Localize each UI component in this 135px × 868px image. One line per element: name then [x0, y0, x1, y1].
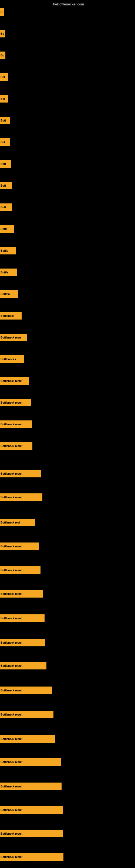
bar-item: B: [0, 8, 4, 16]
bar-label: Bo: [1, 32, 4, 35]
bar-label: Bottleneck result: [1, 738, 22, 741]
bar-item: Bott: [0, 160, 11, 167]
bar-item: Bottleneck result: [0, 442, 32, 450]
bar-item: Bottleneck result: [0, 421, 32, 428]
bar-item: Bottleneck result: [0, 758, 61, 766]
bar-item: Bottleneck result: [0, 853, 63, 861]
bar-label: Bottleneck result: [1, 545, 22, 548]
bar-label: Bottleneck result: [1, 472, 22, 475]
bar-item: Bott: [0, 117, 10, 124]
bar-label: Bottleneck result: [1, 423, 22, 426]
bar-item: Bottleneck result: [0, 493, 42, 501]
bar-label: Bottleneck result: [1, 379, 22, 382]
bar-label: B: [1, 10, 2, 13]
bar-item: Bot: [0, 95, 8, 102]
bar-item: Bottleneck result: [0, 639, 45, 646]
site-title: TheBottlenecker.com: [51, 2, 84, 6]
bar-label: Bottleneck r: [1, 358, 16, 361]
bar-label: Bott: [1, 206, 6, 209]
bar-item: Bottleneck result: [0, 806, 63, 814]
bar-label: Bottleneck result: [1, 401, 22, 404]
bar-label: Bottleneck result: [1, 713, 22, 716]
bar-label: Bottleneck result: [1, 617, 22, 620]
bar-item: Bottleneck result: [0, 399, 31, 406]
bar-item: Bottleneck result: [0, 735, 55, 743]
bar-item: Bottleneck rest: [0, 519, 35, 526]
bar-item: Bottleneck result: [0, 782, 61, 790]
bar-item: Bott: [0, 182, 12, 189]
bar-label: Bottleneck: [1, 314, 14, 317]
bar-label: Bo: [1, 54, 4, 57]
bar-item: Bottleneck resu: [0, 334, 27, 341]
bar-label: Bottleneck result: [1, 761, 22, 764]
bar-item: Bottleneck result: [0, 566, 41, 574]
bar-label: Botte: [1, 227, 8, 230]
bar-item: Bottleneck result: [0, 830, 63, 837]
bar-label: Bottleneck result: [1, 569, 22, 572]
bar-item: Bo: [0, 30, 5, 37]
bar-item: Bottleneck result: [0, 662, 46, 670]
bar-item: Bottle: [0, 247, 16, 254]
bar-item: Bottleneck result: [0, 686, 52, 694]
bar-label: Bot: [1, 97, 5, 100]
bar-item: Bottleneck result: [0, 590, 43, 597]
bar-label: Bottleneck resu: [1, 336, 21, 339]
bar-item: Bott: [0, 204, 12, 211]
bar-item: Botte: [0, 225, 14, 233]
bar-label: Bottleneck result: [1, 809, 22, 812]
bar-item: Bottlen: [0, 290, 18, 298]
bar-label: Bottleneck result: [1, 664, 22, 667]
bar-item: Bottle: [0, 269, 17, 276]
bar-item: Bottleneck result: [0, 470, 41, 477]
bar-label: Bott: [1, 184, 6, 187]
bar-label: Bottleneck result: [1, 496, 22, 499]
bar-item: Bottleneck result: [0, 377, 29, 384]
bar-label: Bottleneck result: [1, 444, 22, 447]
bar-label: Bottlen: [1, 293, 10, 296]
bar-item: Bottleneck result: [0, 614, 45, 622]
bar-label: Bottleneck result: [1, 689, 22, 692]
bar-label: Bot: [1, 141, 5, 144]
bar-label: Bottle: [1, 249, 8, 252]
bar-label: Bottleneck result: [1, 641, 22, 644]
bar-label: Bottleneck rest: [1, 521, 20, 524]
bar-item: Bo: [0, 52, 5, 59]
bar-label: Bott: [1, 119, 6, 122]
bar-item: Bottleneck: [0, 312, 21, 319]
bar-label: Bot: [1, 76, 5, 79]
bar-item: Bottleneck r: [0, 355, 24, 363]
bar-item: Bot: [0, 138, 10, 146]
bar-label: Bottleneck result: [1, 856, 22, 859]
bar-label: Bottleneck result: [1, 832, 22, 835]
bar-item: Bottleneck result: [0, 542, 39, 550]
bar-label: Bottleneck result: [1, 592, 22, 595]
bar-item: Bottleneck result: [0, 711, 53, 718]
bar-label: Bott: [1, 162, 6, 165]
bar-item: Bot: [0, 73, 8, 81]
bar-label: Bottleneck result: [1, 785, 22, 788]
bar-label: Bottle: [1, 271, 8, 274]
